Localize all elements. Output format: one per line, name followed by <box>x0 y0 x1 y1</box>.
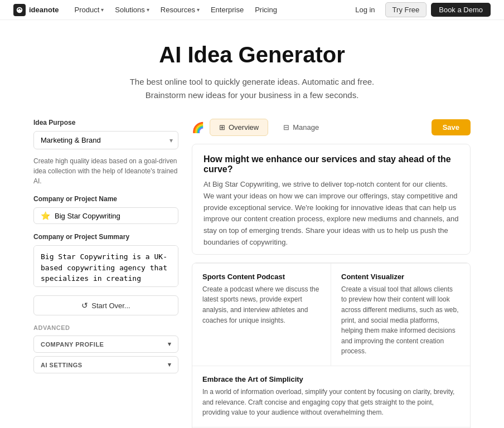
nav-right: Log in Try Free Book a Demo <box>350 2 491 17</box>
try-free-button[interactable]: Try Free <box>385 2 427 17</box>
idea-card-title: Content Visualizer <box>341 273 460 281</box>
company-profile-row[interactable]: COMPANY PROFILE ▾ <box>33 335 178 353</box>
chevron-down-icon: ▾ <box>101 7 104 13</box>
chevron-down-icon: ▾ <box>168 361 172 368</box>
page-title: AI Idea Generator <box>11 42 493 67</box>
advanced-section: ADVANCED COMPANY PROFILE ▾ AI SETTINGS ▾ <box>33 324 178 373</box>
left-panel: Idea Purpose Marketing & Brand ▾ Create … <box>33 119 178 428</box>
ideas-grid: Sports Content Podcast Create a podcast … <box>192 263 470 366</box>
idea-purpose-select-wrapper: Marketing & Brand ▾ <box>33 131 178 149</box>
svg-point-0 <box>17 7 23 13</box>
idea-card-body: Create a visual tool that allows clients… <box>341 284 460 357</box>
logo-icon <box>13 4 26 16</box>
navbar: ideanote Product ▾ Solutions ▾ Resources… <box>0 0 504 20</box>
nav-item-enterprise[interactable]: Enterprise <box>206 3 248 16</box>
ai-settings-row[interactable]: AI SETTINGS ▾ <box>33 356 178 373</box>
manage-icon: ⊟ <box>283 123 289 132</box>
nav-item-solutions[interactable]: Solutions ▾ <box>110 3 153 16</box>
main-idea-box: How might we enhance our services and st… <box>192 144 471 255</box>
nav-item-pricing[interactable]: Pricing <box>250 3 282 16</box>
ideas-grid-box: Sports Content Podcast Create a podcast … <box>192 262 471 428</box>
advanced-label: ADVANCED <box>33 324 178 331</box>
hero-section: AI Idea Generator The best online tool t… <box>0 20 504 119</box>
idea-card-body: Create a podcast where we discuss the la… <box>202 284 321 325</box>
company-summary-label: Company or Project Summary <box>33 233 178 241</box>
hero-subtitle: The best online tool to quickly generate… <box>11 75 493 102</box>
idea-card-simplicity: Embrace the Art of Simplicity In a world… <box>192 366 470 427</box>
idea-card-title: Embrace the Art of Simplicity <box>202 375 460 383</box>
idea-card-body: In a world of information overload, simp… <box>202 387 460 418</box>
main-idea-body: At Big Star Copywriting, we strive to de… <box>203 179 459 249</box>
main-layout: Idea Purpose Marketing & Brand ▾ Create … <box>0 119 504 428</box>
idea-card-content-visualizer: Content Visualizer Create a visual tool … <box>331 264 470 366</box>
chevron-down-icon: ▾ <box>147 7 149 13</box>
logo-text: ideanote <box>29 6 59 14</box>
nav-item-product[interactable]: Product ▾ <box>70 3 108 16</box>
book-demo-button[interactable]: Book a Demo <box>431 3 491 17</box>
toolbar: 🌈 ⊞ Overview ⊟ Manage Save <box>192 119 471 136</box>
main-idea-header: How might we enhance our services and st… <box>192 144 470 254</box>
nav-items: Product ▾ Solutions ▾ Resources ▾ Enterp… <box>70 3 350 16</box>
save-button[interactable]: Save <box>432 119 471 135</box>
idea-card-title: Sports Content Podcast <box>202 273 321 281</box>
idea-purpose-select[interactable]: Marketing & Brand <box>33 131 178 149</box>
idea-purpose-description: Create high quality ideas based on a goa… <box>33 156 178 186</box>
tab-manage[interactable]: ⊟ Manage <box>274 119 328 136</box>
right-panel: 🌈 ⊞ Overview ⊟ Manage Save How might we … <box>192 119 471 428</box>
rainbow-icon: 🌈 <box>192 121 204 134</box>
chevron-down-icon: ▾ <box>168 341 172 348</box>
company-name-input[interactable] <box>55 212 171 220</box>
star-icon: ⭐ <box>41 211 50 220</box>
refresh-icon: ↺ <box>81 301 88 310</box>
logo[interactable]: ideanote <box>13 4 59 16</box>
tab-overview[interactable]: ⊞ Overview <box>210 119 268 136</box>
overview-icon: ⊞ <box>219 123 225 132</box>
start-over-button[interactable]: ↺ Start Over... <box>33 295 178 315</box>
company-name-label: Company or Project Name <box>33 195 178 203</box>
idea-card-sports-podcast: Sports Content Podcast Create a podcast … <box>192 264 331 366</box>
company-summary-textarea[interactable]: Big Star Copywriting is a UK-based copyw… <box>33 245 178 287</box>
main-idea-title: How might we enhance our services and st… <box>203 154 459 174</box>
chevron-down-icon: ▾ <box>197 7 200 13</box>
idea-purpose-label: Idea Purpose <box>33 119 178 127</box>
company-name-field: ⭐ <box>33 207 178 224</box>
login-button[interactable]: Log in <box>350 3 380 16</box>
nav-item-resources[interactable]: Resources ▾ <box>156 3 204 16</box>
